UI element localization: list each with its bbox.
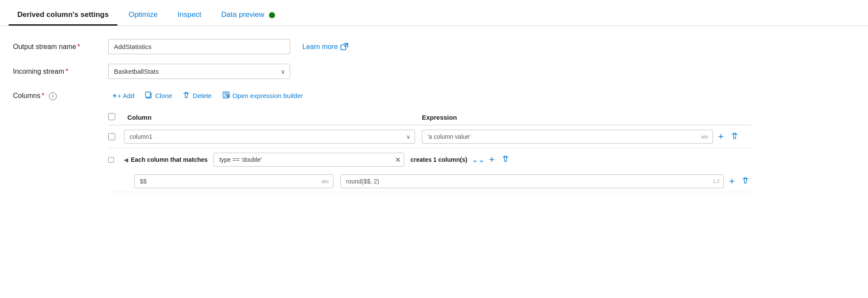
pattern-checkbox-cell <box>108 157 124 163</box>
tab-settings[interactable]: Derived column's settings <box>9 5 117 26</box>
output-stream-input[interactable] <box>108 39 290 54</box>
pattern-add-button[interactable]: + <box>487 153 496 166</box>
sub-expr-input[interactable] <box>340 174 724 188</box>
row1-column-cell: ∨ <box>124 130 422 144</box>
row1-checkbox[interactable] <box>108 133 115 140</box>
clone-icon <box>145 91 152 100</box>
table-header: Column Expression <box>108 110 751 125</box>
pattern-checkbox[interactable] <box>108 157 114 163</box>
pattern-input-wrapper: ✕ <box>214 153 404 167</box>
row1-column-input[interactable] <box>124 130 415 144</box>
row1-expression-cell: abc <box>422 130 716 144</box>
incoming-stream-dropdown[interactable]: BasketballStats ∨ <box>108 64 290 79</box>
add-button[interactable]: + + Add <box>108 89 139 102</box>
row1-delete-button[interactable] <box>729 131 740 143</box>
row1-expression-input[interactable] <box>422 130 713 144</box>
row1-checkbox-cell <box>108 133 124 140</box>
columns-content: + + Add Clone <box>108 88 855 192</box>
content-area: Output stream name* Learn more Incoming … <box>0 26 868 215</box>
pattern-collapse-icon[interactable]: ◀ <box>124 157 128 163</box>
svg-rect-2 <box>146 92 150 97</box>
pattern-row-actions: + <box>487 153 511 166</box>
delete-icon <box>182 91 190 100</box>
columns-toolbar: + + Add Clone <box>108 88 855 103</box>
tab-datapreview[interactable]: Data preview <box>213 5 284 26</box>
columns-section-row: Columns* i + + Add Clone <box>13 88 855 192</box>
pattern-clear-icon[interactable]: ✕ <box>395 156 401 164</box>
incoming-stream-label: Incoming stream* <box>13 68 108 75</box>
open-expression-builder-button[interactable]: Open expression builder <box>218 88 308 103</box>
sub-col-input[interactable] <box>134 174 334 188</box>
row1-add-button[interactable]: + <box>716 130 725 143</box>
delete-button[interactable]: Delete <box>178 88 216 103</box>
pattern-delete-button[interactable] <box>500 154 511 166</box>
sub-col-badge: abc <box>321 179 329 184</box>
column-header: Column <box>124 114 422 121</box>
add-icon: + <box>113 92 117 100</box>
row1-actions: + <box>716 130 751 143</box>
datapreview-status-dot <box>269 12 275 18</box>
pattern-expand-icon[interactable]: ⌄⌄ <box>472 155 485 164</box>
pattern-row-container: ◀ Each column that matches ✕ creates 1 c… <box>108 148 751 192</box>
tabs-bar: Derived column's settings Optimize Inspe… <box>0 0 868 26</box>
pattern-input[interactable] <box>214 153 404 167</box>
pattern-sub-row: abc 1.2 + <box>108 171 751 192</box>
sub-col-wrapper: abc <box>134 174 334 188</box>
pattern-row: ◀ Each column that matches ✕ creates 1 c… <box>108 148 751 171</box>
columns-label: Columns* i <box>13 88 108 100</box>
external-link-icon <box>340 43 348 51</box>
sub-expr-badge: 1.2 <box>713 179 719 184</box>
header-checkbox[interactable] <box>108 113 115 120</box>
sub-expr-wrapper: 1.2 <box>340 174 724 188</box>
sub-delete-button[interactable] <box>740 176 751 187</box>
expression-builder-icon <box>222 91 230 100</box>
row1-expr-badge: abc <box>701 134 709 139</box>
sub-add-button[interactable]: + <box>727 175 736 188</box>
tab-optimize[interactable]: Optimize <box>120 5 166 26</box>
incoming-stream-required: * <box>65 68 68 75</box>
pattern-creates-label: creates 1 column(s) <box>410 156 467 163</box>
expression-header: Expression <box>422 114 716 121</box>
incoming-stream-select[interactable]: BasketballStats <box>108 64 290 79</box>
columns-info-icon[interactable]: i <box>49 92 57 100</box>
sub-row-actions: + <box>727 175 751 188</box>
output-stream-label: Output stream name* <box>13 43 108 51</box>
incoming-stream-row: Incoming stream* BasketballStats ∨ <box>13 64 855 79</box>
clone-button[interactable]: Clone <box>140 88 176 103</box>
table-row: ∨ abc + <box>108 125 751 148</box>
column1-row: ∨ abc + <box>108 125 751 148</box>
tab-inspect[interactable]: Inspect <box>169 5 210 26</box>
output-stream-row: Output stream name* Learn more <box>13 39 855 54</box>
output-stream-required: * <box>78 43 80 50</box>
pattern-label: Each column that matches <box>131 156 207 163</box>
columns-table: Column Expression ∨ <box>108 110 751 192</box>
header-checkbox-cell <box>108 113 124 121</box>
learn-more-link[interactable]: Learn more <box>302 43 348 51</box>
